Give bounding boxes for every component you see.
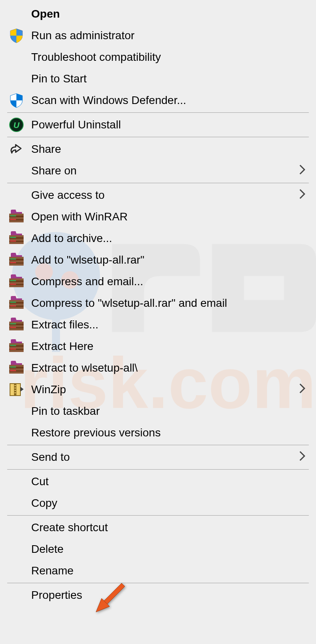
- shield-admin-icon: [7, 28, 26, 44]
- svg-rect-28: [9, 285, 24, 287]
- menu-label: Give access to: [26, 189, 298, 202]
- svg-rect-59: [14, 390, 16, 391]
- winrar-icon: [7, 230, 26, 246]
- blank-icon: [7, 403, 26, 419]
- winrar-icon: [7, 338, 26, 354]
- svg-text:U: U: [13, 120, 20, 130]
- menu-open[interactable]: Open: [0, 3, 316, 25]
- svg-rect-12: [10, 219, 16, 220]
- menu-pin-start[interactable]: Pin to Start: [0, 68, 316, 90]
- svg-rect-10: [9, 220, 24, 222]
- menu-scan-defender[interactable]: Scan with Windows Defender...: [0, 90, 316, 111]
- separator: [7, 112, 309, 113]
- menu-restore-versions[interactable]: Restore previous versions: [0, 422, 316, 444]
- menu-label: Send to: [26, 451, 298, 464]
- chevron-right-icon: [298, 450, 306, 465]
- menu-compress-to-email[interactable]: Compress to "wlsetup-all.rar" and email: [0, 292, 316, 314]
- menu-properties[interactable]: Properties: [0, 584, 316, 606]
- share-icon: [7, 141, 26, 157]
- svg-rect-35: [10, 302, 16, 303]
- menu-label: Extract files...: [26, 318, 309, 331]
- separator: [7, 583, 309, 583]
- menu-label: Troubleshoot compatibility: [26, 51, 309, 64]
- menu-label: Delete: [26, 543, 309, 556]
- winrar-icon: [7, 209, 26, 225]
- menu-troubleshoot[interactable]: Troubleshoot compatibility: [0, 46, 316, 68]
- blank-icon: [7, 71, 26, 87]
- menu-label: Powerful Uninstall: [26, 118, 309, 131]
- separator: [7, 137, 309, 137]
- winrar-icon: [7, 317, 26, 333]
- svg-rect-36: [10, 305, 16, 306]
- blank-icon: [7, 520, 26, 536]
- svg-rect-24: [10, 262, 16, 263]
- blank-icon: [7, 495, 26, 511]
- svg-rect-18: [10, 240, 16, 242]
- menu-share[interactable]: Share: [0, 138, 316, 160]
- svg-rect-16: [9, 242, 24, 244]
- menu-add-archive[interactable]: Add to archive...: [0, 228, 316, 249]
- menu-label: Copy: [26, 497, 309, 510]
- menu-send-to[interactable]: Send to: [0, 446, 316, 468]
- menu-cut[interactable]: Cut: [0, 471, 316, 492]
- svg-rect-47: [10, 345, 16, 346]
- menu-compress-email[interactable]: Compress and email...: [0, 271, 316, 292]
- menu-label: Compress to "wlsetup-all.rar" and email: [26, 297, 309, 310]
- svg-rect-48: [10, 348, 16, 350]
- menu-label: Extract to wlsetup-all\: [26, 362, 309, 374]
- menu-create-shortcut[interactable]: Create shortcut: [0, 517, 316, 538]
- menu-label: Pin to taskbar: [26, 405, 309, 418]
- menu-pin-taskbar[interactable]: Pin to taskbar: [0, 400, 316, 422]
- menu-add-to-named[interactable]: Add to "wlsetup-all.rar": [0, 249, 316, 271]
- menu-label: Extract Here: [26, 340, 309, 353]
- menu-extract-files[interactable]: Extract files...: [0, 314, 316, 336]
- blank-icon: [7, 563, 26, 579]
- blank-icon: [7, 49, 26, 65]
- menu-copy[interactable]: Copy: [0, 492, 316, 514]
- menu-rename[interactable]: Rename: [0, 560, 316, 582]
- winzip-icon: [7, 382, 26, 398]
- uninstall-icon: U: [7, 117, 26, 133]
- svg-rect-30: [10, 284, 16, 285]
- context-menu: Open Run as administrator Troubleshoot c…: [0, 0, 316, 609]
- menu-extract-here[interactable]: Extract Here: [0, 336, 316, 357]
- menu-label: Open with WinRAR: [26, 210, 309, 223]
- svg-rect-34: [9, 307, 24, 309]
- menu-label: WinZip: [26, 383, 298, 396]
- blank-icon: [7, 587, 26, 603]
- menu-label: Properties: [26, 589, 309, 602]
- menu-open-winrar[interactable]: Open with WinRAR: [0, 206, 316, 228]
- winrar-icon: [7, 274, 26, 290]
- menu-give-access[interactable]: Give access to: [0, 184, 316, 206]
- menu-winzip[interactable]: WinZip: [0, 379, 316, 400]
- separator: [7, 183, 309, 183]
- pointer-arrow-icon: [93, 580, 125, 615]
- chevron-right-icon: [298, 164, 306, 178]
- svg-rect-54: [10, 370, 16, 371]
- menu-share-on[interactable]: Share on: [0, 160, 316, 182]
- menu-extract-to[interactable]: Extract to wlsetup-all\: [0, 357, 316, 379]
- svg-rect-22: [9, 264, 24, 266]
- blank-icon: [7, 187, 26, 203]
- svg-rect-23: [10, 258, 16, 260]
- menu-label: Cut: [26, 475, 309, 488]
- blank-icon: [7, 6, 26, 22]
- blank-icon: [7, 449, 26, 465]
- menu-delete[interactable]: Delete: [0, 538, 316, 560]
- menu-label: Rename: [26, 564, 309, 577]
- menu-run-as-admin[interactable]: Run as administrator: [0, 25, 316, 46]
- winrar-icon: [7, 360, 26, 376]
- menu-label: Run as administrator: [26, 29, 309, 42]
- svg-rect-46: [9, 350, 24, 352]
- blank-icon: [7, 425, 26, 441]
- menu-label: Compress and email...: [26, 275, 309, 288]
- winrar-icon: [7, 295, 26, 311]
- svg-rect-11: [10, 215, 16, 216]
- separator: [7, 515, 309, 516]
- chevron-right-icon: [298, 382, 306, 397]
- menu-label: Share: [26, 143, 309, 156]
- svg-rect-52: [9, 372, 24, 374]
- blank-icon: [7, 541, 26, 557]
- menu-powerful-uninstall[interactable]: U Powerful Uninstall: [0, 114, 316, 136]
- chevron-right-icon: [298, 188, 306, 203]
